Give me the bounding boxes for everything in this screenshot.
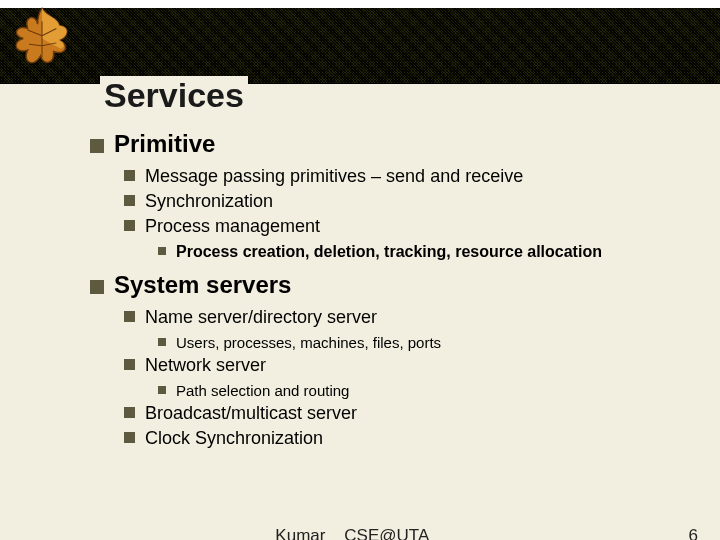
footer-author: Kumar [275, 526, 325, 540]
slide-title: Services [100, 76, 248, 115]
footer-affiliation: CSE@UTA [344, 526, 429, 540]
bullet-icon [124, 170, 135, 181]
slide: Services Primitive Message passing primi… [0, 0, 720, 540]
bullet-icon [158, 338, 166, 346]
bullet-icon [90, 139, 104, 153]
item-text: Name server/directory server [145, 307, 377, 327]
list-item: Primitive Message passing primitives – s… [90, 130, 680, 261]
list-item: Broadcast/multicast server [124, 403, 680, 424]
item-text: Message passing primitives – send and re… [145, 166, 523, 186]
item-text: Clock Synchronization [145, 428, 323, 448]
header-texture [0, 8, 720, 84]
bullet-icon [124, 432, 135, 443]
list-item: Path selection and routing [158, 382, 680, 399]
item-text: Process management [145, 216, 320, 236]
leaf-icon [6, 4, 78, 76]
bullet-icon [124, 407, 135, 418]
item-text: Broadcast/multicast server [145, 403, 357, 423]
list-item: Clock Synchronization [124, 428, 680, 449]
list-item: System servers Name server/directory ser… [90, 271, 680, 449]
bullet-icon [124, 220, 135, 231]
item-text: System servers [114, 271, 291, 298]
bullet-icon [124, 311, 135, 322]
bullet-icon [124, 195, 135, 206]
list-item: Process management Process creation, del… [124, 216, 680, 261]
item-text: Users, processes, machines, files, ports [176, 334, 441, 351]
item-text: Process creation, deletion, tracking, re… [176, 243, 602, 260]
list-item: Users, processes, machines, files, ports [158, 334, 680, 351]
list-item: Name server/directory server Users, proc… [124, 307, 680, 351]
page-number: 6 [689, 526, 698, 540]
bullet-icon [90, 280, 104, 294]
list-item: Process creation, deletion, tracking, re… [158, 243, 680, 261]
bullet-icon [158, 386, 166, 394]
content-area: Primitive Message passing primitives – s… [90, 130, 680, 476]
footer-center: Kumar CSE@UTA [275, 526, 429, 540]
item-text: Primitive [114, 130, 215, 157]
bullet-list: Primitive Message passing primitives – s… [90, 130, 680, 449]
bullet-icon [158, 247, 166, 255]
item-text: Network server [145, 355, 266, 375]
list-item: Network server Path selection and routin… [124, 355, 680, 399]
list-item: Message passing primitives – send and re… [124, 166, 680, 187]
bullet-icon [124, 359, 135, 370]
list-item: Synchronization [124, 191, 680, 212]
item-text: Synchronization [145, 191, 273, 211]
item-text: Path selection and routing [176, 382, 349, 399]
